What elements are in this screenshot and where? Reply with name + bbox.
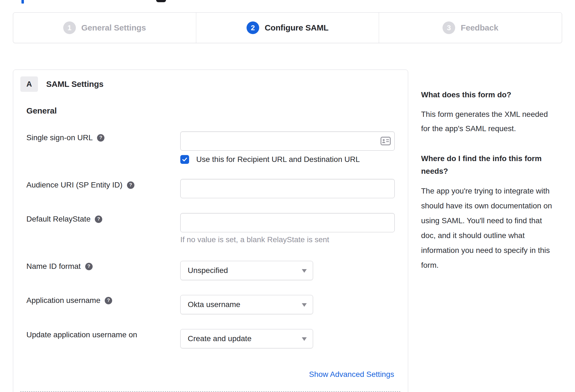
wizard-stepper: 1 General Settings 2 Configure SAML 3 Fe… (13, 12, 562, 43)
audience-uri-label: Audience URI (SP Entity ID) (26, 180, 123, 190)
stepper-step-general-settings[interactable]: 1 General Settings (13, 13, 196, 43)
update-app-username-select[interactable]: Create and update (180, 329, 313, 348)
help-question-1: What does this form do? (421, 89, 559, 101)
relay-state-label: Default RelayState (26, 214, 90, 224)
dropdown-caret-icon (302, 269, 307, 273)
step-number-badge: 1 (63, 21, 76, 34)
general-heading: General (26, 106, 57, 115)
dropdown-caret-icon (302, 337, 307, 341)
relay-state-input[interactable] (180, 213, 395, 232)
help-icon[interactable]: ? (105, 297, 112, 304)
name-id-format-select[interactable]: Unspecified (180, 261, 313, 280)
page: 1 General Settings 2 Configure SAML 3 Fe… (0, 0, 575, 392)
recipient-url-checkbox-row[interactable]: Use this for Recipient URL and Destinati… (180, 155, 360, 164)
update-app-username-label: Update application username on (26, 330, 137, 339)
section-badge-a: A (20, 76, 38, 92)
panel-title: SAML Settings (46, 79, 104, 89)
select-value: Unspecified (188, 266, 228, 275)
step-number: 2 (251, 24, 255, 32)
help-answer-1: This form generates the XML needed for t… (421, 107, 559, 136)
application-username-select[interactable]: Okta username (180, 295, 313, 314)
step-label: General Settings (81, 23, 146, 32)
step-number-badge: 3 (443, 21, 455, 34)
clipped-icon-fragment (156, 0, 166, 2)
help-icon[interactable]: ? (97, 134, 104, 142)
help-answer-2: The app you're trying to integrate with … (421, 184, 559, 273)
help-sidebar: What does this form do? This form genera… (421, 89, 559, 273)
check-icon (182, 156, 188, 162)
show-advanced-settings-link[interactable]: Show Advanced Settings (309, 370, 394, 379)
help-question-2: Where do I find the info this form needs… (421, 152, 559, 178)
application-username-label-row: Application username ? (26, 296, 112, 305)
recipient-url-checkbox-label: Use this for Recipient URL and Destinati… (196, 155, 360, 164)
help-icon[interactable]: ? (85, 263, 93, 270)
sso-url-input[interactable] (180, 131, 395, 151)
saml-settings-panel: A SAML Settings General Single sign-on U… (13, 70, 408, 392)
update-app-username-label-row: Update application username on (26, 330, 137, 339)
audience-uri-label-row: Audience URI (SP Entity ID) ? (26, 180, 134, 190)
stepper-step-feedback[interactable]: 3 Feedback (379, 13, 562, 43)
application-username-label: Application username (26, 296, 100, 305)
step-number: 3 (447, 24, 451, 32)
recipient-url-checkbox[interactable] (180, 155, 189, 164)
sso-url-label: Single sign-on URL (26, 133, 93, 142)
audience-uri-input[interactable] (180, 179, 395, 198)
select-value: Okta username (188, 300, 240, 309)
help-icon[interactable]: ? (127, 181, 134, 189)
step-number: 1 (67, 24, 71, 32)
step-label: Feedback (461, 23, 498, 32)
help-icon[interactable]: ? (95, 216, 102, 223)
relay-state-hint: If no value is set, a blank RelayState i… (180, 235, 329, 245)
name-id-format-label-row: Name ID format ? (26, 262, 93, 271)
sso-url-label-row: Single sign-on URL ? (26, 133, 104, 142)
relay-state-label-row: Default RelayState ? (26, 214, 102, 224)
step-label: Configure SAML (265, 23, 328, 32)
name-id-format-label: Name ID format (26, 262, 81, 271)
dropdown-caret-icon (302, 303, 307, 307)
clipped-title-fragment (21, 0, 24, 4)
select-value: Create and update (188, 334, 251, 343)
stepper-step-configure-saml[interactable]: 2 Configure SAML (196, 13, 379, 43)
step-number-badge: 2 (247, 21, 259, 34)
panel-header: A SAML Settings (20, 76, 104, 92)
